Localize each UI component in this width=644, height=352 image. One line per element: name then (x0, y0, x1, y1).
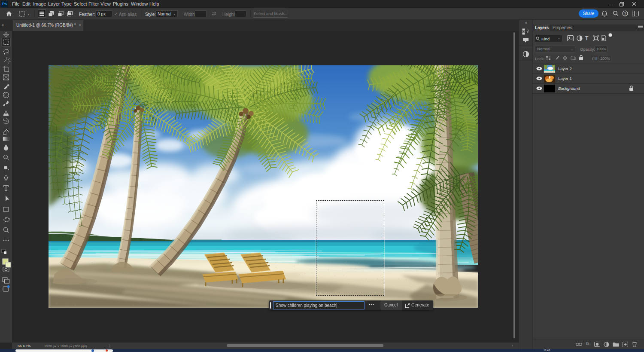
svg-text:?: ? (624, 11, 626, 15)
